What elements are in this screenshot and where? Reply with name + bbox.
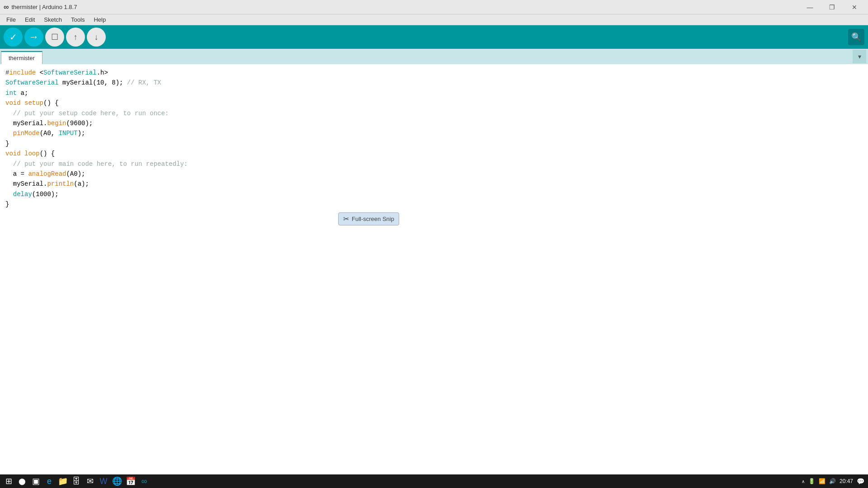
taskbar-edge[interactable]: e [42, 474, 56, 488]
taskbar-store[interactable]: 🗄 [70, 474, 83, 488]
taskbar: ⊞ ⬤ ▣ e 📁 🗄 ✉ W 🌐 📅 ∞ ∧ 🔋 📶 🔊 20:47 💬 [0, 474, 868, 488]
menu-tools[interactable]: Tools [66, 15, 89, 24]
maximize-button[interactable]: ❐ [822, 0, 842, 14]
upload-button[interactable]: → [24, 28, 43, 47]
snip-icon: ✂ [343, 215, 349, 223]
close-button[interactable]: ✕ [844, 0, 864, 14]
titlebar: ∞ thermister | Arduino 1.8.7 — ❐ ✕ [0, 0, 868, 14]
menu-sketch[interactable]: Sketch [39, 15, 66, 24]
search-button[interactable]: 🔍 [848, 29, 864, 45]
menu-help[interactable]: Help [89, 15, 110, 24]
taskbar-calendar[interactable]: 📅 [124, 474, 137, 488]
taskbar-explorer[interactable]: 📁 [56, 474, 70, 488]
code-line-15: } [5, 199, 863, 209]
open-button[interactable]: ↑ [66, 28, 85, 47]
minimize-button[interactable]: — [800, 0, 820, 14]
titlebar-controls: — ❐ ✕ [800, 0, 864, 14]
code-line-3: int a; [5, 88, 863, 98]
code-line-14: delay(1000); [5, 189, 863, 199]
titlebar-left: ∞ thermister | Arduino 1.8.7 [4, 3, 77, 11]
taskbar-time[interactable]: 20:47 [840, 478, 853, 484]
taskbar-right: ∧ 🔋 📶 🔊 20:47 💬 [802, 478, 866, 485]
tab-thermister[interactable]: thermister [1, 51, 42, 64]
taskbar-mail[interactable]: ✉ [83, 474, 97, 488]
taskbar-chrome[interactable]: 🌐 [110, 474, 124, 488]
tab-dropdown-button[interactable]: ▾ [853, 50, 866, 63]
taskbar-volume[interactable]: 🔊 [829, 478, 836, 484]
taskbar-arduino[interactable]: ∞ [137, 474, 151, 488]
taskbar-notification[interactable]: 💬 [857, 478, 864, 485]
code-line-8: } [5, 139, 863, 149]
menu-file[interactable]: File [2, 15, 20, 24]
editor-container[interactable]: #include <SoftwareSerial.h> SoftwareSeri… [0, 64, 868, 474]
toolbar: ✓ → ☐ ↑ ↓ 🔍 [0, 25, 868, 49]
verify-button[interactable]: ✓ [4, 28, 23, 47]
titlebar-title: thermister | Arduino 1.8.7 [11, 4, 77, 10]
save-button[interactable]: ↓ [87, 28, 106, 47]
app-icon: ∞ [4, 3, 9, 11]
snip-text: Full-screen Snip [352, 216, 394, 222]
new-button[interactable]: ☐ [45, 28, 64, 47]
tabbar: thermister ▾ [0, 49, 868, 64]
taskbar-taskview[interactable]: ▣ [29, 474, 42, 488]
menubar: File Edit Sketch Tools Help [0, 14, 868, 25]
taskbar-search[interactable]: ⬤ [15, 474, 29, 488]
code-line-2: SoftwareSerial mySerial(10, 8); // RX, T… [5, 78, 863, 88]
code-line-11: // put your main code here, to run repea… [5, 159, 863, 169]
code-line-7: pinMode(A0, INPUT); [5, 128, 863, 138]
menu-edit[interactable]: Edit [20, 15, 39, 24]
taskbar-chevron[interactable]: ∧ [802, 479, 805, 484]
taskbar-wifi[interactable]: 📶 [819, 478, 826, 484]
main-content: ✓ → ☐ ↑ ↓ 🔍 thermister ▾ #include <Softw… [0, 25, 868, 488]
code-line-6: mySerial.begin(9600); [5, 118, 863, 128]
code-line-13: mySerial.println(a); [5, 179, 863, 189]
code-line-12: a = analogRead(A0); [5, 169, 863, 179]
taskbar-network[interactable]: 🔋 [808, 478, 815, 484]
code-line-4: void setup() { [5, 98, 863, 108]
code-line-1: #include <SoftwareSerial.h> [5, 68, 863, 78]
taskbar-word[interactable]: W [97, 474, 110, 488]
code-editor[interactable]: #include <SoftwareSerial.h> SoftwareSeri… [0, 64, 868, 213]
code-line-5: // put your setup code here, to run once… [5, 108, 863, 118]
taskbar-start[interactable]: ⊞ [2, 474, 15, 488]
code-line-10: void loop() { [5, 149, 863, 159]
snip-tooltip: ✂ Full-screen Snip [338, 212, 399, 225]
